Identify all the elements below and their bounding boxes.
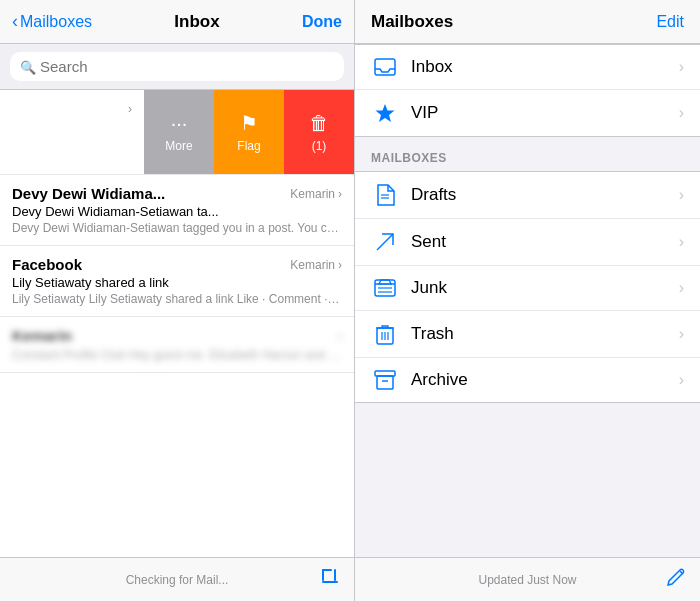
email-date: Kemarin ›: [290, 258, 342, 272]
mailbox-item-sent[interactable]: Sent ›: [355, 219, 700, 266]
chevron-right-icon: ›: [679, 325, 684, 343]
email-preview: Constant Profile Club Hey guest me. Eliz…: [12, 348, 342, 362]
more-button[interactable]: ··· More: [144, 90, 214, 174]
email-date: Kemarin ›: [290, 187, 342, 201]
chevron-right-icon: ›: [338, 258, 342, 272]
mailbox-label: Inbox: [411, 57, 679, 77]
flag-button[interactable]: ⚑ Flag: [214, 90, 284, 174]
email-preview: Lily Setiawaty Lily Setiawaty shared a l…: [12, 292, 342, 306]
email-sender: Devy Dewi Widiama...: [12, 185, 165, 202]
trash-icon: 🗑: [309, 112, 329, 134]
more-icon: ···: [171, 112, 188, 135]
email-row-container: Facebook Kemarin › Lily Setiawaty shared…: [0, 246, 354, 317]
email-list: Kemarin › ust had a... onstants April 23…: [0, 90, 354, 557]
drafts-icon: [371, 184, 399, 206]
mailbox-label: VIP: [411, 103, 679, 123]
email-row-container: Kemarin › ust had a... onstants April 23…: [0, 90, 354, 175]
right-status-text: Updated Just Now: [478, 573, 576, 587]
email-subject: Lily Setiawaty shared a link: [12, 275, 342, 290]
chevron-right-icon: ›: [338, 187, 342, 201]
email-row[interactable]: Kemarin › ust had a... onstants April 23…: [0, 90, 144, 174]
chevron-right-icon: ›: [338, 329, 342, 343]
done-button[interactable]: Done: [302, 13, 342, 31]
email-subject: ust had a...: [0, 119, 132, 134]
mailboxes-section-header: MAILBOXES: [355, 137, 700, 171]
back-button[interactable]: ‹ Mailboxes: [12, 11, 92, 32]
trash-bin-icon: [371, 323, 399, 345]
email-date: ›: [338, 329, 342, 343]
sent-icon: [371, 231, 399, 253]
top-mailbox-group: Inbox › VIP ›: [355, 44, 700, 137]
left-status-text: Checking for Mail...: [126, 573, 229, 587]
edit-button[interactable]: Edit: [656, 13, 684, 31]
compose-icon[interactable]: [320, 567, 340, 592]
email-subject: Devy Dewi Widiaman-Setiawan ta...: [12, 204, 342, 219]
compose-icon[interactable]: [666, 567, 686, 592]
flag-label: Flag: [237, 139, 260, 153]
mailbox-item-archive[interactable]: Archive ›: [355, 358, 700, 402]
back-chevron-icon: ‹: [12, 11, 18, 32]
chevron-right-icon: ›: [679, 104, 684, 122]
svg-line-8: [377, 234, 393, 250]
back-label: Mailboxes: [20, 13, 92, 31]
trash-button[interactable]: 🗑 (1): [284, 90, 354, 174]
junk-icon: [371, 279, 399, 297]
mailbox-label: Junk: [411, 278, 679, 298]
mailbox-label: Sent: [411, 232, 679, 252]
svg-line-22: [680, 571, 683, 574]
svg-rect-1: [334, 569, 336, 581]
chevron-right-icon: ›: [679, 233, 684, 251]
mailbox-item-junk[interactable]: Junk ›: [355, 266, 700, 311]
svg-rect-0: [322, 581, 338, 583]
svg-marker-5: [376, 104, 395, 122]
mailbox-label: Trash: [411, 324, 679, 344]
svg-rect-3: [322, 569, 324, 581]
more-label: More: [165, 139, 192, 153]
swipe-actions: ··· More ⚑ Flag 🗑 (1): [144, 90, 354, 174]
mailbox-label: Drafts: [411, 185, 679, 205]
trash-label: (1): [312, 139, 327, 153]
star-icon: [371, 102, 399, 124]
chevron-right-icon: ›: [679, 371, 684, 389]
email-row-container: Devy Dewi Widiama... Kemarin › Devy Dewi…: [0, 175, 354, 246]
mailboxes-title: Mailboxes: [371, 12, 453, 32]
search-bar: 🔍: [0, 44, 354, 90]
left-footer: Checking for Mail...: [0, 557, 354, 601]
mailbox-item-trash[interactable]: Trash ›: [355, 311, 700, 358]
right-panel: Mailboxes Edit Inbox ›: [355, 0, 700, 601]
email-sender: Kemarin: [12, 327, 72, 344]
email-row[interactable]: Devy Dewi Widiama... Kemarin › Devy Dewi…: [0, 175, 354, 245]
email-row[interactable]: Kemarin › Constant Profile Club Hey gues…: [0, 317, 354, 372]
email-preview: onstants April 23...: [0, 136, 132, 164]
search-icon: 🔍: [20, 59, 36, 74]
left-header: ‹ Mailboxes Inbox Done: [0, 0, 354, 44]
email-preview: Devy Dewi Widiaman-Setiawan tagged you i…: [12, 221, 342, 235]
mailbox-list: Inbox › VIP › MAILBOXES: [355, 44, 700, 557]
svg-rect-20: [377, 376, 393, 389]
email-row[interactable]: Facebook Kemarin › Lily Setiawaty shared…: [0, 246, 354, 316]
mailbox-item-vip[interactable]: VIP ›: [355, 90, 700, 136]
mailbox-item-drafts[interactable]: Drafts ›: [355, 172, 700, 219]
inbox-icon: [371, 58, 399, 76]
chevron-right-icon: ›: [679, 279, 684, 297]
mailboxes-group: Drafts › Sent ›: [355, 171, 700, 403]
archive-icon: [371, 370, 399, 390]
left-panel: ‹ Mailboxes Inbox Done 🔍 Kemarin ›: [0, 0, 355, 601]
chevron-right-icon: ›: [679, 186, 684, 204]
mailbox-item-inbox[interactable]: Inbox ›: [355, 45, 700, 90]
right-footer: Updated Just Now: [355, 557, 700, 601]
mailbox-label: Archive: [411, 370, 679, 390]
flag-icon: ⚑: [240, 111, 258, 135]
email-date: ›: [128, 102, 132, 116]
inbox-title: Inbox: [174, 12, 219, 32]
search-input[interactable]: [10, 52, 344, 81]
email-sender: Facebook: [12, 256, 82, 273]
chevron-right-icon: ›: [128, 102, 132, 116]
email-row-container: Kemarin › Constant Profile Club Hey gues…: [0, 317, 354, 373]
chevron-right-icon: ›: [679, 58, 684, 76]
right-header: Mailboxes Edit: [355, 0, 700, 44]
